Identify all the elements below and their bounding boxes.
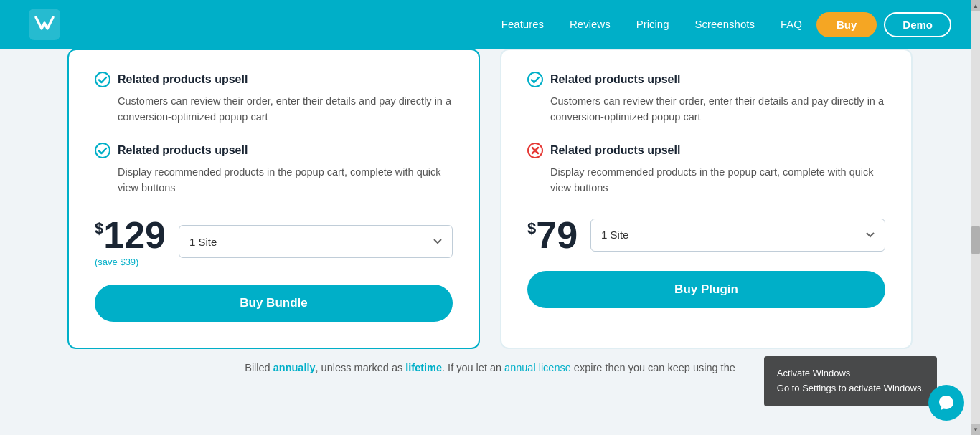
svg-point-1: [95, 72, 110, 87]
main-content: Related products upsell Customers can re…: [0, 49, 980, 402]
chat-button[interactable]: [928, 385, 964, 421]
bundle-feature-related-upsell-title-row: Related products upsell: [95, 143, 453, 158]
bundle-site-select[interactable]: 1 Site 3 Sites 5 Sites Unlimited: [179, 225, 453, 258]
bundle-price-save: (save $39): [95, 257, 166, 267]
nav-demo-button[interactable]: Demo: [884, 12, 951, 37]
plugin-feature-popup-cart-desc: Customers can review their order, enter …: [527, 93, 885, 125]
plugin-feature-popup-cart-title: Related products upsell: [550, 73, 680, 86]
footer-lifetime: lifetime: [405, 362, 442, 373]
x-icon-plugin: [527, 143, 543, 158]
plugin-site-select[interactable]: 1 Site 3 Sites 5 Sites Unlimited: [590, 219, 885, 252]
nav-item-faq[interactable]: FAQ: [781, 18, 802, 30]
plugin-price-amount: $ 79: [527, 216, 578, 254]
scrollbar-track: ▲ ▼: [971, 0, 980, 435]
bundle-feature-popup-cart: Related products upsell Customers can re…: [95, 72, 453, 125]
footer-text-middle: , unless marked as: [316, 362, 406, 373]
bundle-price-dollar: $: [95, 221, 103, 236]
svg-point-2: [95, 143, 110, 158]
plugin-price-number: 79: [536, 216, 578, 254]
plugin-feature-related-upsell-title: Related products upsell: [550, 144, 680, 157]
footer-text-end: expire then you can keep using the: [571, 362, 735, 373]
svg-point-3: [528, 72, 542, 87]
check-icon-plugin-1: [527, 72, 543, 87]
footer-annual-license: annual license: [504, 362, 571, 373]
plugin-pricing-section: $ 79 1 Site 3 Sites 5 Sites Unlimited: [527, 216, 885, 254]
plugin-feature-popup-cart-title-row: Related products upsell: [527, 72, 885, 87]
nav-item-features[interactable]: Features: [501, 18, 544, 30]
bundle-feature-popup-cart-title: Related products upsell: [118, 73, 248, 86]
navbar: Features Reviews Pricing Screenshots FAQ…: [0, 0, 980, 49]
check-icon-2: [95, 143, 110, 158]
scrollbar-thumb[interactable]: [971, 226, 980, 254]
footer-text-before: Billed: [245, 362, 273, 373]
bundle-feature-popup-cart-title-row: Related products upsell: [95, 72, 453, 87]
plugin-feature-popup-cart: Related products upsell Customers can re…: [527, 72, 885, 125]
scrollbar-arrow-down[interactable]: ▼: [971, 424, 980, 435]
bundle-buy-button[interactable]: Buy Bundle: [95, 285, 453, 322]
nav-buy-button[interactable]: Buy: [816, 12, 877, 37]
nav-item-reviews[interactable]: Reviews: [570, 18, 611, 30]
plugin-buy-button[interactable]: Buy Plugin: [527, 271, 885, 308]
bundle-price-number: 129: [103, 216, 166, 254]
logo[interactable]: [29, 9, 60, 40]
pricing-cards-row: Related products upsell Customers can re…: [57, 49, 923, 349]
bundle-price-amount: $ 129: [95, 216, 166, 254]
win-activate-line2: Go to Settings to activate Windows.: [777, 381, 924, 396]
footer-annually: annually: [273, 362, 316, 373]
plugin-feature-related-upsell-desc: Display recommended products in the popu…: [527, 164, 885, 196]
plugin-feature-related-upsell-title-row: Related products upsell: [527, 143, 885, 158]
footer-text-after: . If you let an: [442, 362, 504, 373]
bundle-card: Related products upsell Customers can re…: [67, 49, 480, 349]
nav-item-pricing[interactable]: Pricing: [636, 18, 669, 30]
bundle-pricing-section: $ 129 (save $39) 1 Site 3 Sites 5 Sites …: [95, 216, 453, 267]
bundle-feature-related-upsell: Related products upsell Display recommen…: [95, 143, 453, 196]
plugin-card: Related products upsell Customers can re…: [500, 49, 913, 349]
scrollbar-arrow-up[interactable]: ▲: [971, 0, 980, 11]
plugin-price-dollar: $: [527, 221, 536, 236]
plugin-price-wrapper: $ 79: [527, 216, 578, 254]
nav-links: Features Reviews Pricing Screenshots FAQ: [501, 18, 802, 31]
plugin-feature-related-upsell: Related products upsell Display recommen…: [527, 143, 885, 196]
win-activate-line1: Activate Windows: [777, 366, 924, 381]
bundle-feature-popup-cart-desc: Customers can review their order, enter …: [95, 93, 453, 125]
chat-icon: [938, 394, 955, 411]
check-icon: [95, 72, 110, 87]
windows-activation-overlay: Activate Windows Go to Settings to activ…: [764, 356, 937, 406]
nav-item-screenshots[interactable]: Screenshots: [695, 18, 755, 30]
bundle-price-wrapper: $ 129 (save $39): [95, 216, 166, 267]
bundle-feature-related-upsell-title: Related products upsell: [118, 144, 248, 157]
bundle-feature-related-upsell-desc: Display recommended products in the popu…: [95, 164, 453, 196]
